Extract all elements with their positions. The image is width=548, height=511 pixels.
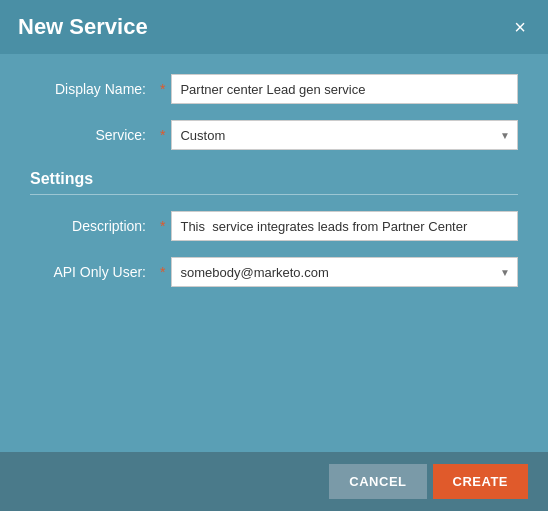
service-select-wrapper: Custom Other ▼ <box>171 120 518 150</box>
api-user-row: API Only User: * somebody@marketo.com ▼ <box>30 257 518 287</box>
api-user-label: API Only User: <box>30 264 160 280</box>
description-required: * <box>160 218 165 234</box>
new-service-dialog: New Service × Display Name: * Service: *… <box>0 0 548 511</box>
dialog-header: New Service × <box>0 0 548 54</box>
api-user-required: * <box>160 264 165 280</box>
service-row: Service: * Custom Other ▼ <box>30 120 518 150</box>
create-button[interactable]: CREATE <box>433 464 528 499</box>
display-name-label: Display Name: <box>30 81 160 97</box>
service-label: Service: <box>30 127 160 143</box>
description-input[interactable] <box>171 211 518 241</box>
dialog-footer: CANCEL CREATE <box>0 452 548 511</box>
display-name-input[interactable] <box>171 74 518 104</box>
description-row: Description: * <box>30 211 518 241</box>
display-name-required: * <box>160 81 165 97</box>
cancel-button[interactable]: CANCEL <box>329 464 426 499</box>
display-name-row: Display Name: * <box>30 74 518 104</box>
api-user-select[interactable]: somebody@marketo.com <box>171 257 518 287</box>
dialog-body: Display Name: * Service: * Custom Other … <box>0 54 548 452</box>
settings-section-title: Settings <box>30 166 518 188</box>
description-label: Description: <box>30 218 160 234</box>
service-select[interactable]: Custom Other <box>171 120 518 150</box>
service-required: * <box>160 127 165 143</box>
api-user-select-wrapper: somebody@marketo.com ▼ <box>171 257 518 287</box>
settings-divider <box>30 194 518 195</box>
close-button[interactable]: × <box>510 17 530 37</box>
dialog-title: New Service <box>18 14 148 40</box>
